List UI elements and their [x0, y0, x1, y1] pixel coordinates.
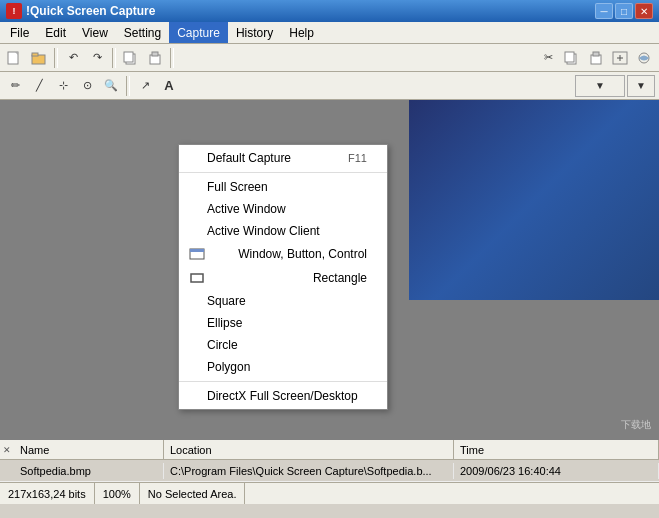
copy2-icon[interactable]: [561, 47, 583, 69]
status-selection: No Selected Area.: [140, 483, 246, 504]
capture-dropdown[interactable]: ▼: [627, 75, 655, 97]
paste2-icon[interactable]: [585, 47, 607, 69]
menu-full-screen[interactable]: Full Screen: [179, 176, 387, 198]
menu-separator-2: [179, 381, 387, 382]
undo-button[interactable]: ↶: [62, 47, 84, 69]
menu-default-capture[interactable]: Default Capture F11: [179, 147, 387, 169]
menu-rectangle[interactable]: Rectangle: [179, 266, 387, 290]
line-tool[interactable]: ╱: [28, 75, 50, 97]
toolbar-separator-4: [126, 76, 130, 96]
svg-rect-18: [191, 274, 203, 282]
col-header-time: Time: [454, 440, 659, 459]
redo-button[interactable]: ↷: [86, 47, 108, 69]
menu-window-button-control[interactable]: Window, Button, Control: [179, 242, 387, 266]
toolbar-separator-2: [112, 48, 116, 68]
minimize-button[interactable]: ─: [595, 3, 613, 19]
cut-icon[interactable]: ✂: [537, 47, 559, 69]
menu-active-window[interactable]: Active Window: [179, 198, 387, 220]
text-tool[interactable]: A: [158, 75, 180, 97]
lasso-tool[interactable]: ⊙: [76, 75, 98, 97]
menu-file[interactable]: File: [2, 22, 37, 43]
menu-polygon[interactable]: Polygon: [179, 356, 387, 378]
svg-rect-0: [8, 52, 18, 64]
status-zoom: 100%: [95, 483, 140, 504]
paste-button[interactable]: [144, 47, 166, 69]
bottom-panel: ✕ Name Location Time Softpedia.bmp C:\Pr…: [0, 440, 659, 482]
window-controls: ─ □ ✕: [595, 3, 653, 19]
svg-rect-7: [152, 52, 158, 56]
rectangle-icon: [187, 270, 207, 286]
list-header: ✕ Name Location Time: [0, 440, 659, 460]
close-button[interactable]: ✕: [635, 3, 653, 19]
menu-edit[interactable]: Edit: [37, 22, 74, 43]
menu-view[interactable]: View: [74, 22, 116, 43]
menu-separator-1: [179, 172, 387, 173]
arrow-tool[interactable]: ↗: [134, 75, 156, 97]
copy-button[interactable]: [120, 47, 142, 69]
svg-rect-3: [32, 53, 38, 56]
svg-rect-5: [124, 52, 133, 62]
menu-ellipse[interactable]: Ellipse: [179, 312, 387, 334]
color-icon[interactable]: [633, 47, 655, 69]
window-icon: [187, 246, 207, 262]
menu-help[interactable]: Help: [281, 22, 322, 43]
menu-setting[interactable]: Setting: [116, 22, 169, 43]
svg-rect-9: [565, 52, 574, 62]
app-icon: !: [6, 3, 22, 19]
status-dimensions: 217x163,24 bits: [0, 483, 95, 504]
canvas-image: [409, 100, 659, 300]
toolbar-2: ✏ ╱ ⊹ ⊙ 🔍 ↗ A ▼ ▼: [0, 72, 659, 100]
menu-history[interactable]: History: [228, 22, 281, 43]
col-header-location: Location: [164, 440, 454, 459]
capture-dropdown-menu: Default Capture F11 Full Screen Active W…: [178, 144, 388, 410]
pencil-tool[interactable]: ✏: [4, 75, 26, 97]
title-bar: ! !Quick Screen Capture ─ □ ✕: [0, 0, 659, 22]
file-time: 2009/06/23 16:40:44: [454, 463, 659, 479]
file-location: C:\Program Files\Quick Screen Capture\So…: [164, 463, 454, 479]
svg-rect-17: [190, 249, 204, 252]
toolbar-1: ↶ ↷ ✂: [0, 44, 659, 72]
main-canvas: Default Capture F11 Full Screen Active W…: [0, 100, 659, 440]
menu-directx[interactable]: DirectX Full Screen/Desktop: [179, 385, 387, 407]
collapse-button[interactable]: ✕: [0, 440, 14, 460]
select-tool[interactable]: ⊹: [52, 75, 74, 97]
open-button[interactable]: [28, 47, 50, 69]
menu-circle[interactable]: Circle: [179, 334, 387, 356]
zoom-dropdown[interactable]: ▼: [575, 75, 625, 97]
app-title: !Quick Screen Capture: [26, 4, 595, 18]
eyedrop-tool[interactable]: 🔍: [100, 75, 122, 97]
status-bar: 217x163,24 bits 100% No Selected Area.: [0, 482, 659, 504]
toolbar-separator-3: [170, 48, 174, 68]
svg-rect-11: [593, 52, 599, 56]
maximize-button[interactable]: □: [615, 3, 633, 19]
new-button[interactable]: [4, 47, 26, 69]
menu-active-window-client[interactable]: Active Window Client: [179, 220, 387, 242]
menu-bar: File Edit View Setting Capture History H…: [0, 22, 659, 44]
list-item[interactable]: Softpedia.bmp C:\Program Files\Quick Scr…: [0, 460, 659, 482]
col-header-name: Name: [14, 440, 164, 459]
resize-icon[interactable]: [609, 47, 631, 69]
file-name: Softpedia.bmp: [14, 463, 164, 479]
toolbar-separator-1: [54, 48, 58, 68]
menu-square[interactable]: Square: [179, 290, 387, 312]
watermark: 下载地: [621, 418, 651, 432]
menu-capture[interactable]: Capture: [169, 22, 228, 43]
